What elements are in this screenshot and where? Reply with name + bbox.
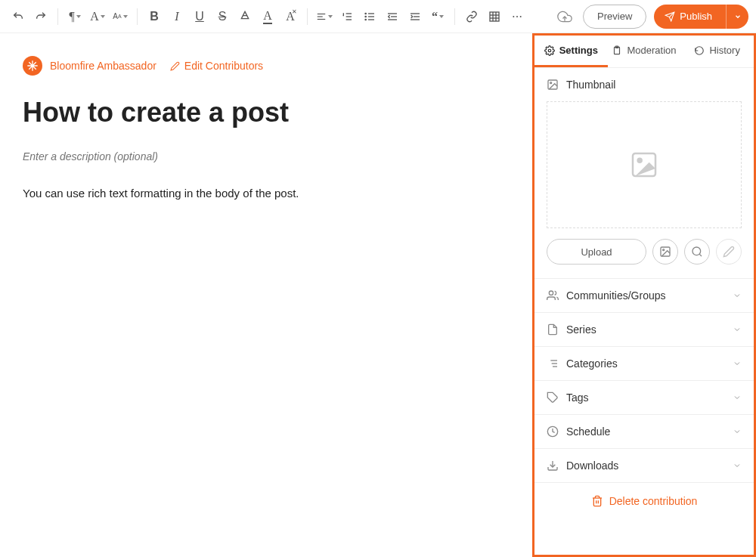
image-icon xyxy=(659,246,671,258)
delete-contribution-link[interactable]: Delete contribution xyxy=(534,483,754,519)
publish-dropdown[interactable] xyxy=(726,5,748,29)
tab-moderation[interactable]: Moderation xyxy=(608,36,681,67)
clipboard-icon xyxy=(612,45,622,56)
indent-button[interactable] xyxy=(404,6,426,27)
tab-settings[interactable]: Settings xyxy=(534,36,608,67)
pencil-icon xyxy=(723,246,735,258)
toolbar-separator xyxy=(57,8,58,25)
highlight-button[interactable] xyxy=(234,6,256,27)
thumbnail-library-button[interactable] xyxy=(652,239,678,265)
chevron-down-icon xyxy=(734,13,742,20)
svg-point-38 xyxy=(692,247,701,255)
svg-point-29 xyxy=(548,49,551,52)
history-icon xyxy=(694,45,705,56)
section-categories-header[interactable]: Categories xyxy=(534,347,754,380)
preview-button[interactable]: Preview xyxy=(583,5,646,29)
section-schedule-label: Schedule xyxy=(566,425,610,438)
tab-history-label: History xyxy=(709,45,739,56)
edit-contributors-label: Edit Contributors xyxy=(184,60,263,72)
chevron-down-icon xyxy=(733,291,742,300)
delete-contribution-label: Delete contribution xyxy=(609,495,698,507)
quote-dropdown[interactable]: “ xyxy=(427,6,448,27)
pencil-icon xyxy=(170,61,180,71)
unordered-list-button[interactable] xyxy=(359,6,380,27)
section-schedule-header[interactable]: Schedule xyxy=(534,415,754,448)
italic-button[interactable]: I xyxy=(166,6,187,27)
svg-point-9 xyxy=(365,13,366,14)
section-categories-label: Categories xyxy=(566,357,618,370)
underline-button[interactable]: U xyxy=(189,6,210,27)
save-cloud-button[interactable] xyxy=(553,5,577,29)
toolbar-separator xyxy=(307,8,308,25)
edit-contributors-link[interactable]: Edit Contributors xyxy=(170,60,263,72)
toolbar: ¶ A AA B I U S A A✕ “ Preview Publish xyxy=(0,0,756,33)
svg-point-24 xyxy=(516,16,518,17)
tab-history[interactable]: History xyxy=(680,36,754,67)
download-icon xyxy=(547,460,559,472)
post-title-input[interactable] xyxy=(23,97,510,128)
font-size-dropdown[interactable]: AA xyxy=(110,6,131,27)
more-button[interactable] xyxy=(507,6,528,27)
author-name[interactable]: Bloomfire Ambassador xyxy=(50,60,156,72)
section-thumbnail-label: Thumbnail xyxy=(566,79,615,91)
align-dropdown[interactable] xyxy=(314,6,335,27)
trash-icon xyxy=(591,495,603,507)
paragraph-format-dropdown[interactable]: ¶ xyxy=(64,6,85,27)
clock-icon xyxy=(547,425,559,438)
redo-button[interactable] xyxy=(30,6,51,27)
post-description-input[interactable] xyxy=(23,150,510,162)
gear-icon xyxy=(544,45,555,56)
section-communities: Communities/Groups xyxy=(534,279,754,313)
editor-area: Bloomfire Ambassador Edit Contributors Y… xyxy=(0,33,532,557)
thumbnail-search-button[interactable] xyxy=(684,239,710,265)
outdent-button[interactable] xyxy=(382,6,403,27)
upload-button[interactable]: Upload xyxy=(547,239,646,265)
text-color-button[interactable]: A xyxy=(257,6,278,27)
table-button[interactable] xyxy=(484,6,505,27)
svg-line-39 xyxy=(699,254,702,256)
section-categories: Categories xyxy=(534,347,754,381)
section-tags-label: Tags xyxy=(566,391,589,404)
svg-point-10 xyxy=(365,16,366,17)
section-thumbnail: Thumbnail Upload xyxy=(534,68,754,279)
section-schedule: Schedule xyxy=(534,415,754,449)
strikethrough-button[interactable]: S xyxy=(212,6,233,27)
tab-settings-label: Settings xyxy=(559,45,598,56)
svg-point-11 xyxy=(365,19,366,20)
bold-button[interactable]: B xyxy=(144,6,165,27)
chevron-down-icon xyxy=(733,393,742,402)
section-communities-header[interactable]: Communities/Groups xyxy=(534,279,754,312)
users-icon xyxy=(547,289,559,302)
undo-button[interactable] xyxy=(8,6,29,27)
clear-format-button[interactable]: A✕ xyxy=(280,6,301,27)
section-tags: Tags xyxy=(534,381,754,415)
search-icon xyxy=(691,246,703,258)
font-family-dropdown[interactable]: A xyxy=(87,6,108,27)
svg-point-35 xyxy=(638,159,642,162)
post-body-editor[interactable]: You can use rich text formatting in the … xyxy=(23,187,510,200)
thumbnail-dropzone[interactable] xyxy=(547,101,742,228)
author-avatar[interactable] xyxy=(23,56,42,76)
section-downloads-label: Downloads xyxy=(566,460,618,472)
toolbar-separator xyxy=(137,8,138,25)
section-series: Series xyxy=(534,313,754,347)
list-icon xyxy=(547,357,559,370)
section-tags-header[interactable]: Tags xyxy=(534,381,754,414)
chevron-down-icon xyxy=(733,359,742,368)
section-series-label: Series xyxy=(566,323,596,336)
section-downloads-header[interactable]: Downloads xyxy=(534,449,754,482)
link-button[interactable] xyxy=(461,6,482,27)
svg-point-40 xyxy=(549,291,553,295)
ordered-list-button[interactable] xyxy=(336,6,358,27)
sidebar-panel: Settings Moderation History Thumbnail xyxy=(532,33,756,557)
image-icon xyxy=(547,79,559,91)
section-thumbnail-header[interactable]: Thumbnail xyxy=(534,68,754,101)
svg-point-37 xyxy=(663,249,665,251)
chevron-down-icon xyxy=(733,325,742,334)
document-icon xyxy=(547,323,559,336)
publish-button[interactable]: Publish xyxy=(654,5,726,29)
image-placeholder-icon xyxy=(627,150,661,180)
sidebar-tabs: Settings Moderation History xyxy=(534,36,754,68)
section-downloads: Downloads xyxy=(534,449,754,483)
section-series-header[interactable]: Series xyxy=(534,313,754,346)
